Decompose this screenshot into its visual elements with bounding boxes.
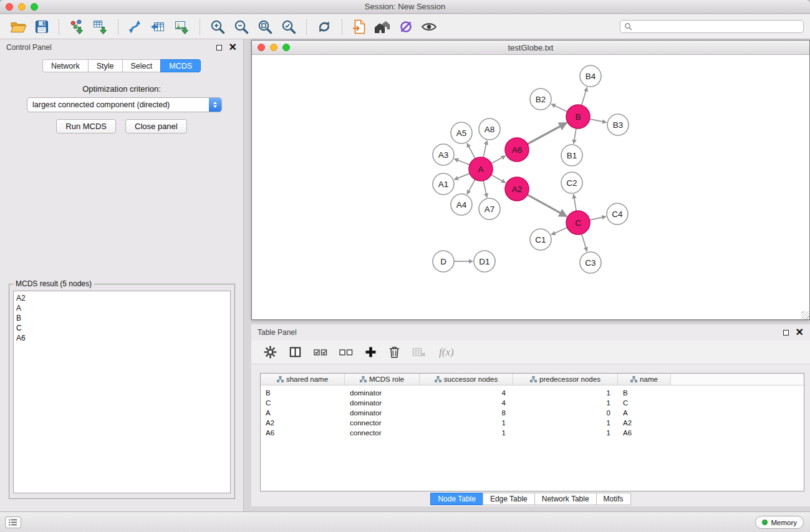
table-cell[interactable]: dominator — [345, 389, 420, 397]
tab-motifs[interactable]: Motifs — [596, 493, 631, 505]
float-panel-icon[interactable] — [216, 45, 222, 51]
graph-edge-A-A8[interactable] — [483, 141, 487, 158]
graph-node-B[interactable]: B — [566, 105, 590, 128]
open-session-button[interactable] — [9, 18, 28, 36]
minimize-window-button[interactable] — [18, 3, 26, 11]
graph-node-B1[interactable]: B1 — [561, 145, 582, 166]
graph-node-B4[interactable]: B4 — [580, 65, 601, 87]
table-cell[interactable]: 8 — [420, 409, 513, 417]
column-header-successor-nodes[interactable]: successor nodes — [420, 374, 513, 385]
graph-edge-A2-C[interactable] — [528, 195, 567, 216]
graph-edge-C-C1[interactable] — [551, 228, 567, 235]
show-columns-button[interactable] — [287, 344, 303, 360]
delete-column-button[interactable] — [387, 344, 402, 360]
open-network-file-button[interactable] — [350, 17, 368, 36]
table-cell[interactable]: 1 — [420, 429, 513, 437]
graph-edge-B-B4[interactable] — [582, 87, 587, 105]
titlebar[interactable]: Session: New Session — [0, 0, 810, 14]
graph-node-B3[interactable]: B3 — [607, 114, 629, 135]
function-builder-button[interactable]: f(x) — [436, 345, 455, 360]
maximize-network-window-button[interactable] — [282, 44, 290, 51]
criterion-dropdown[interactable]: largest connected component (directed) — [27, 97, 222, 112]
graph-edge-C-C2[interactable] — [574, 195, 576, 211]
deselect-all-button[interactable] — [338, 346, 354, 359]
table-row[interactable]: Adominator80A — [261, 408, 804, 418]
table-cell[interactable]: 1 — [513, 429, 618, 437]
table-cell[interactable]: A — [261, 409, 345, 417]
table-cell[interactable]: A2 — [261, 419, 345, 427]
network-graph[interactable]: AA1A2A3A4A5A6A7A8BB1B2B3B4CC1C2C3C4DD1 — [252, 55, 809, 319]
graph-node-B2[interactable]: B2 — [530, 89, 551, 110]
graph-node-A7[interactable]: A7 — [479, 198, 500, 220]
close-table-panel-x-icon[interactable]: ✕ — [796, 329, 804, 336]
column-header-shared-name[interactable]: shared name — [261, 374, 345, 385]
table-cell[interactable]: connector — [345, 419, 420, 427]
show-all-networks-button[interactable] — [373, 18, 392, 36]
table-cell[interactable]: C — [618, 399, 671, 407]
graph-node-A[interactable]: A — [469, 157, 493, 181]
graph-edge-C-C3[interactable] — [582, 234, 587, 251]
float-table-panel-icon[interactable] — [783, 330, 789, 336]
import-table-button[interactable] — [91, 17, 110, 36]
column-header-name[interactable]: name — [618, 374, 671, 385]
zoom-selected-button[interactable] — [279, 17, 298, 36]
show-panels-button[interactable] — [5, 516, 21, 528]
export-image-button[interactable] — [173, 17, 191, 36]
table-cell[interactable]: 1 — [420, 419, 513, 427]
graph-edge-C-C4[interactable] — [590, 216, 606, 220]
table-row[interactable]: Bdominator41B — [261, 388, 804, 398]
table-cell[interactable]: A6 — [261, 429, 345, 437]
network-window-titlebar[interactable]: testGlobe.txt — [252, 41, 809, 55]
graph-node-C2[interactable]: C2 — [561, 172, 582, 193]
graph-node-C3[interactable]: C3 — [580, 252, 601, 273]
table-cell[interactable]: 4 — [420, 389, 513, 397]
run-mcds-button[interactable]: Run MCDS — [56, 119, 116, 133]
minimize-network-window-button[interactable] — [270, 44, 277, 51]
graph-node-C[interactable]: C — [566, 211, 590, 235]
mcds-result-item[interactable]: C — [16, 323, 230, 333]
tab-mcds[interactable]: MCDS — [160, 59, 201, 72]
column-header-MCDS-role[interactable]: MCDS role — [345, 374, 420, 385]
graph-edge-A-A6[interactable] — [491, 156, 506, 163]
sync-session-button[interactable] — [127, 17, 144, 36]
export-table-button[interactable] — [149, 17, 168, 36]
graph-edge-A-A1[interactable] — [455, 173, 470, 180]
select-all-button[interactable] — [312, 346, 329, 359]
mcds-result-item[interactable]: A2 — [16, 293, 230, 303]
clear-table-button[interactable] — [411, 346, 427, 359]
save-session-button[interactable] — [33, 18, 51, 36]
table-cell[interactable]: A2 — [618, 419, 671, 427]
graph-node-C1[interactable]: C1 — [530, 229, 551, 250]
graph-edge-B-B2[interactable] — [551, 104, 567, 112]
table-cell[interactable]: A6 — [618, 429, 671, 437]
tab-network-table[interactable]: Network Table — [534, 493, 597, 505]
show-hide-button[interactable] — [420, 19, 438, 34]
graph-node-A4[interactable]: A4 — [451, 194, 472, 215]
close-panel-button[interactable]: Close panel — [125, 119, 187, 133]
close-panel-x-icon[interactable]: ✕ — [229, 44, 237, 51]
table-cell[interactable]: connector — [345, 429, 420, 437]
network-canvas[interactable]: AA1A2A3A4A5A6A7A8BB1B2B3B4CC1C2C3C4DD1 — [252, 55, 809, 319]
mcds-result-item[interactable]: B — [16, 313, 230, 323]
table-cell[interactable]: B — [618, 389, 671, 397]
graph-edge-B-B1[interactable] — [574, 128, 576, 143]
mcds-result-item[interactable]: A — [16, 303, 230, 313]
graph-edge-A-A2[interactable] — [491, 175, 506, 183]
search-input[interactable] — [635, 22, 799, 32]
table-cell[interactable]: C — [261, 399, 345, 407]
close-network-window-button[interactable] — [258, 44, 265, 51]
graph-node-A2[interactable]: A2 — [505, 177, 529, 201]
tab-network[interactable]: Network — [42, 59, 89, 72]
table-cell[interactable]: dominator — [345, 409, 420, 417]
table-cell[interactable]: 1 — [513, 419, 618, 427]
table-settings-button[interactable] — [263, 344, 278, 360]
table-cell[interactable]: 4 — [420, 399, 513, 407]
import-network-button[interactable] — [67, 17, 86, 36]
graph-node-A6[interactable]: A6 — [505, 138, 529, 162]
table-row[interactable]: A6connector11A6 — [261, 428, 804, 438]
resize-handle[interactable] — [801, 311, 809, 319]
table-cell[interactable]: A — [618, 409, 671, 417]
tab-select[interactable]: Select — [122, 59, 162, 72]
graph-node-D1[interactable]: D1 — [474, 251, 495, 272]
tab-style[interactable]: Style — [88, 59, 123, 72]
